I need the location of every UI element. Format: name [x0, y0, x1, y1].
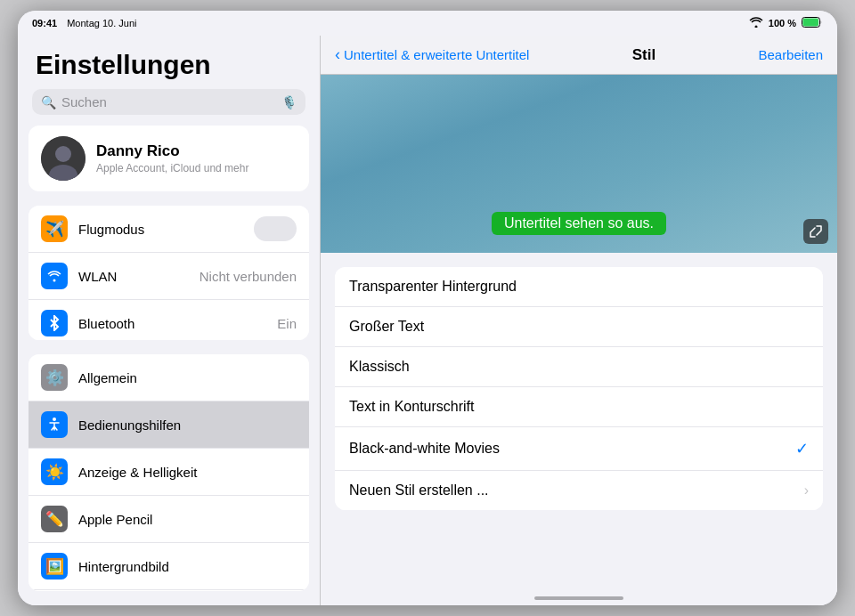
bedienungshilfen-label: Bedienungshilfen: [78, 417, 297, 433]
search-input[interactable]: Suchen: [61, 94, 276, 109]
expand-button[interactable]: [803, 219, 828, 244]
style-item-transparenter[interactable]: Transparenter Hintergrund: [335, 267, 823, 307]
pencil-label: Apple Pencil: [78, 512, 297, 527]
allgemein-icon: ⚙️: [41, 364, 68, 391]
bluetooth-label: Bluetooth: [78, 316, 266, 331]
style-label-kontur: Text in Konturschrift: [349, 399, 809, 415]
right-panel: ‹ Untertitel & erweiterte Untertitel Sti…: [321, 36, 837, 605]
sidebar-title: Einstellungen: [18, 36, 320, 89]
status-time-date: 09:41 Montag 10. Juni: [32, 18, 136, 28]
style-label-neustil: Neuen Stil erstellen ...: [349, 482, 804, 498]
status-date: Montag 10. Juni: [67, 18, 136, 28]
sidebar-item-home[interactable]: 📱 Home-Bildschirm & App-Mediathek: [28, 590, 309, 591]
bluetooth-value: Ein: [277, 316, 297, 331]
flugmodus-icon: ✈️: [41, 215, 68, 242]
style-label-klassisch: Klassisch: [349, 359, 809, 375]
nav-back-label: Untertitel & erweiterte Untertitel: [344, 47, 529, 62]
flugmodus-toggle[interactable]: [254, 216, 297, 241]
pencil-icon: ✏️: [41, 506, 68, 532]
hintergrund-icon: 🖼️: [41, 553, 68, 580]
style-label-grosser: Großer Text: [349, 319, 809, 335]
status-time: 09:41: [32, 18, 57, 28]
subtitle-preview: Untertitel sehen so aus.: [492, 212, 666, 235]
search-bar[interactable]: 🔍 Suchen 🎙️: [32, 89, 305, 115]
sidebar-item-allgemein[interactable]: ⚙️ Allgemein: [28, 354, 309, 401]
battery-icon: [802, 17, 823, 29]
ipad-frame: 09:41 Montag 10. Juni 100 %: [18, 11, 837, 605]
sidebar-item-flugmodus[interactable]: ✈️ Flugmodus: [28, 206, 309, 253]
svg-point-7: [53, 417, 56, 421]
nav-edit-button[interactable]: Bearbeiten: [758, 47, 823, 62]
mic-icon: 🎙️: [281, 95, 297, 109]
chevron-right-icon: ›: [804, 482, 809, 498]
style-item-neustil[interactable]: Neuen Stil erstellen ... ›: [335, 471, 823, 510]
sidebar-item-pencil[interactable]: ✏️ Apple Pencil: [28, 496, 309, 543]
sidebar: Einstellungen 🔍 Suchen 🎙️ Danny Rico: [18, 36, 321, 605]
style-item-grosser[interactable]: Großer Text: [335, 307, 823, 347]
settings-group-2: ⚙️ Allgemein Bedienungshilfen ☀️ Anzeige…: [28, 354, 309, 591]
checkmark-icon: ✓: [795, 439, 809, 458]
account-name: Danny Rico: [96, 142, 248, 160]
settings-group-1: ✈️ Flugmodus WLAN Nicht verbunden: [28, 206, 309, 340]
bedienungshilfen-icon: [41, 411, 68, 438]
style-label-bwmovies: Black-and-white Movies: [349, 441, 795, 457]
preview-area: Untertitel sehen so aus.: [321, 75, 837, 253]
status-bar: 09:41 Montag 10. Juni 100 %: [18, 11, 837, 36]
wlan-value: Nicht verbunden: [200, 269, 297, 284]
status-icons: 100 %: [749, 17, 823, 30]
sidebar-item-hintergrund[interactable]: 🖼️ Hintergrundbild: [28, 543, 309, 590]
home-indicator: [534, 596, 623, 600]
wlan-label: WLAN: [78, 269, 189, 284]
right-nav: ‹ Untertitel & erweiterte Untertitel Sti…: [321, 36, 837, 75]
style-item-klassisch[interactable]: Klassisch: [335, 347, 823, 387]
style-label-transparenter: Transparenter Hintergrund: [349, 279, 809, 295]
anzeige-icon: ☀️: [41, 458, 68, 485]
main-content: Einstellungen 🔍 Suchen 🎙️ Danny Rico: [18, 36, 837, 605]
svg-rect-1: [803, 19, 819, 27]
style-item-bwmovies[interactable]: Black-and-white Movies ✓: [335, 427, 823, 471]
hintergrund-label: Hintergrundbild: [78, 559, 297, 574]
wifi-icon: [749, 17, 763, 30]
style-item-kontur[interactable]: Text in Konturschrift: [335, 387, 823, 427]
sidebar-item-bluetooth[interactable]: Bluetooth Ein: [28, 300, 309, 340]
anzeige-label: Anzeige & Helligkeit: [78, 465, 297, 480]
account-subtitle: Apple Account, iCloud und mehr: [96, 162, 248, 174]
avatar: [41, 136, 86, 181]
search-icon: 🔍: [41, 95, 56, 109]
nav-back-button[interactable]: ‹ Untertitel & erweiterte Untertitel: [335, 45, 529, 64]
wlan-icon: [41, 263, 68, 289]
style-group: Transparenter Hintergrund Großer Text Kl…: [335, 267, 823, 510]
nav-title: Stil: [632, 46, 656, 64]
sidebar-item-anzeige[interactable]: ☀️ Anzeige & Helligkeit: [28, 449, 309, 496]
bluetooth-icon: [41, 310, 68, 336]
sidebar-item-wlan[interactable]: WLAN Nicht verbunden: [28, 253, 309, 300]
back-chevron-icon: ‹: [335, 45, 340, 64]
style-list: Transparenter Hintergrund Großer Text Kl…: [321, 253, 837, 591]
account-row[interactable]: Danny Rico Apple Account, iCloud und meh…: [28, 126, 309, 191]
bottom-bar: [321, 591, 837, 605]
flugmodus-label: Flugmodus: [78, 222, 243, 237]
svg-point-3: [55, 146, 71, 162]
battery-percentage: 100 %: [769, 18, 796, 28]
sidebar-item-bedienungshilfen[interactable]: Bedienungshilfen: [28, 401, 309, 449]
account-info: Danny Rico Apple Account, iCloud und meh…: [96, 142, 248, 174]
allgemein-label: Allgemein: [78, 370, 297, 385]
